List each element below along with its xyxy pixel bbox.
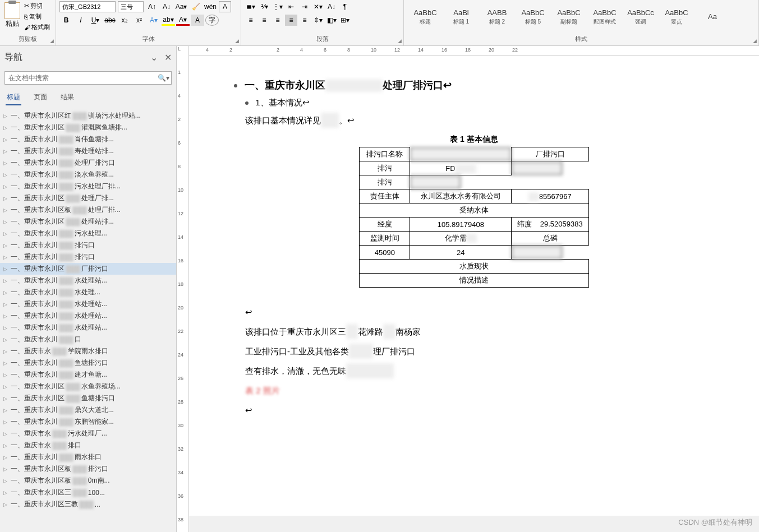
nav-heading-item[interactable]: ▷ 一、重庆市永川███水处理站... [0,298,176,310]
font-color-button[interactable]: A▾ [176,15,190,26]
dialog-launcher-icon[interactable]: ◢ [235,38,239,44]
show-marks-button[interactable]: ¶ [339,1,351,12]
style-item[interactable]: AaBbCc强调 [623,1,659,33]
search-button[interactable]: 🔍▾ [155,72,171,84]
expand-icon[interactable]: ▷ [3,231,9,237]
text-effects-button[interactable]: A▾ [147,15,160,26]
tab-headings[interactable]: 标题 [6,90,21,105]
nav-heading-item[interactable]: ▷ 一、重庆市永川区███水鱼养殖场... [0,381,176,392]
expand-icon[interactable]: ▷ [3,384,9,390]
expand-icon[interactable]: ▷ [3,455,9,460]
expand-icon[interactable]: ▷ [3,360,9,366]
subscript-button[interactable]: x₂ [118,15,131,26]
expand-icon[interactable]: ▷ [3,372,9,378]
change-case-button[interactable]: Aa▾ [175,1,187,12]
expand-icon[interactable]: ▷ [3,137,9,142]
expand-icon[interactable]: ▷ [3,396,9,401]
expand-icon[interactable]: ▷ [3,219,9,225]
phonetic-button[interactable]: wén [204,1,217,12]
nav-heading-item[interactable]: ▷ 一、重庆市永川███污水处理厂排... [0,181,176,192]
nav-heading-item[interactable]: ▷ 一、重庆市永川███污水处理... [0,228,176,239]
nav-heading-item[interactable]: ▷ 一、重庆市永川███雨水排口 [0,451,176,463]
style-item[interactable]: AaBbC要点 [659,1,694,33]
expand-icon[interactable]: ▷ [3,184,9,189]
nav-heading-item[interactable]: ▷ 一、重庆市永川███排污口 [0,251,176,263]
nav-heading-item[interactable]: ▷ 一、重庆市永川███鱼塘排污口 [0,357,176,369]
style-item[interactable]: Aa [694,1,730,33]
expand-icon[interactable]: ▷ [3,325,9,331]
expand-icon[interactable]: ▷ [3,255,9,260]
vertical-ruler[interactable]: L14268101214161820222426283032343638 [177,46,189,532]
shrink-font-button[interactable]: A↓ [160,1,173,12]
expand-icon[interactable]: ▷ [3,149,9,154]
expand-icon[interactable]: ▷ [3,337,9,343]
nav-heading-item[interactable]: ▷ 一、重庆市永川区███灌溉腾鱼塘排... [0,122,176,133]
increase-indent-button[interactable]: ⇥ [298,1,311,12]
sort-button[interactable]: A↓ [325,1,338,12]
nav-heading-item[interactable]: ▷ 一、重庆市永川███建才鱼塘... [0,369,176,381]
expand-icon[interactable]: ▷ [3,113,9,119]
line-spacing-button[interactable]: ⇕▾ [312,15,324,26]
close-icon[interactable]: ✕ [164,52,172,63]
expand-icon[interactable]: ▷ [3,278,9,284]
expand-icon[interactable]: ▷ [3,172,9,178]
expand-icon[interactable]: ▷ [3,266,9,272]
nav-heading-item[interactable]: ▷ 一、重庆市永川███水处理站... [0,275,176,286]
expand-icon[interactable]: ▷ [3,466,9,472]
font-size-select[interactable] [118,1,144,12]
nav-heading-item[interactable]: ▷ 一、重庆市永川区板███排污口 [0,463,176,475]
strike-button[interactable]: abc [103,15,117,26]
asian-layout-button[interactable]: ✕▾ [312,1,324,12]
nav-heading-item[interactable]: ▷ 一、重庆市永川区███厂排污口 [0,263,176,275]
style-item[interactable]: AaBbC标题 [407,1,443,33]
style-item[interactable]: AaBbC副标题 [551,1,587,33]
style-item[interactable]: AaBbC标题 5 [515,1,551,33]
tab-results[interactable]: 结果 [59,90,75,105]
nav-heading-item[interactable]: ▷ 一、重庆市永川███排污口 [0,239,176,251]
nav-heading-item[interactable]: ▷ 一、重庆市永川区███处理站排... [0,216,176,228]
underline-button[interactable]: U▾ [89,15,102,26]
enclose-char-button[interactable]: 字 [205,15,219,26]
expand-icon[interactable]: ▷ [3,196,9,201]
borders-button[interactable]: ⊞▾ [339,15,351,26]
nav-heading-item[interactable]: ▷ 一、重庆市永川███水处理站... [0,322,176,334]
nav-heading-item[interactable]: ▷ 一、重庆市永川███水处理站... [0,310,176,322]
expand-icon[interactable]: ▷ [3,160,9,166]
nav-heading-item[interactable]: ▷ 一、重庆市永川███处理厂排污口 [0,157,176,169]
align-left-button[interactable]: ≡ [245,15,257,26]
expand-icon[interactable]: ▷ [3,431,9,437]
char-shading-button[interactable]: A [191,15,204,26]
expand-icon[interactable]: ▷ [3,502,9,507]
nav-heading-item[interactable]: ▷ 一、重庆市永川███水处理... [0,286,176,298]
expand-icon[interactable]: ▷ [3,443,9,448]
dialog-launcher-icon[interactable]: ◢ [50,38,54,44]
expand-icon[interactable]: ▷ [3,302,9,307]
expand-icon[interactable]: ▷ [3,478,9,484]
expand-icon[interactable]: ▷ [3,419,9,425]
dialog-launcher-icon[interactable]: ◢ [753,38,757,44]
expand-icon[interactable]: ▷ [3,313,9,319]
multilevel-button[interactable]: ⋮▾ [272,1,284,12]
bullets-button[interactable]: ≣▾ [245,1,257,12]
style-item[interactable]: AaBl标题 1 [443,1,479,33]
nav-heading-item[interactable]: ▷ 一、重庆市永川███肖伟鱼塘排... [0,133,176,145]
decrease-indent-button[interactable]: ⇤ [285,1,297,12]
nav-heading-item[interactable]: ▷ 一、重庆市永川区███鱼塘排污口 [0,392,176,404]
numbering-button[interactable]: ⅟▾ [258,1,270,12]
nav-heading-item[interactable]: ▷ 一、重庆市永川███口 [0,334,176,345]
italic-button[interactable]: I [74,15,88,26]
nav-heading-item[interactable]: ▷ 一、重庆市永███排口 [0,440,176,451]
expand-icon[interactable]: ▷ [3,408,9,413]
nav-heading-item[interactable]: ▷ 一、重庆市永川███淡水鱼养殖... [0,169,176,181]
expand-icon[interactable]: ▷ [3,349,9,354]
bold-button[interactable]: B [59,15,73,26]
nav-heading-item[interactable]: ▷ 一、重庆市永川███鼎兴大道北... [0,404,176,416]
highlight-button[interactable]: ab▾ [162,15,175,26]
clear-format-button[interactable]: 🧹 [190,1,202,12]
chevron-down-icon[interactable]: ⌄ [150,52,158,63]
justify-button[interactable]: ≡ [285,15,297,26]
horizontal-ruler[interactable]: 42246810121416182022 [189,46,759,56]
tab-pages[interactable]: 页面 [33,90,48,105]
align-center-button[interactable]: ≡ [258,15,270,26]
char-border-button[interactable]: A [219,1,231,12]
